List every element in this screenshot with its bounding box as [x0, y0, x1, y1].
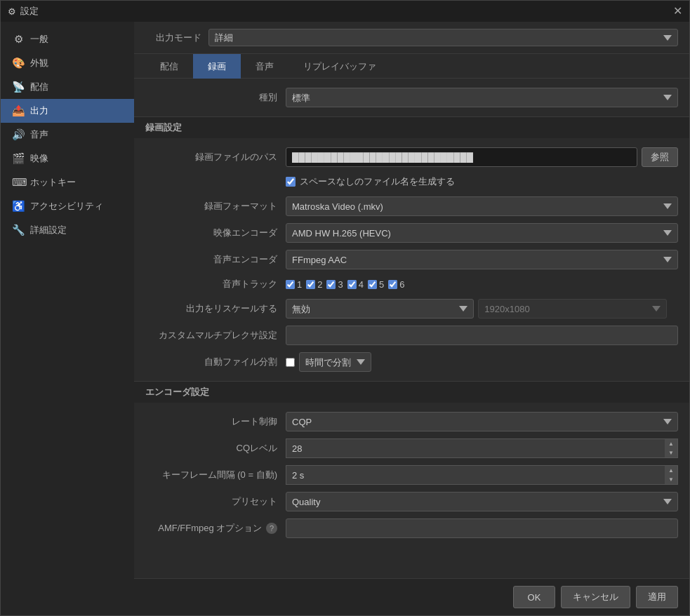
sidebar-item-output[interactable]: 📤 出力 — [1, 99, 134, 123]
track-5-label: 5 — [379, 279, 384, 290]
no-space-checkbox-row: スペースなしのファイル名を生成する — [286, 175, 455, 188]
close-button[interactable]: ✕ — [672, 6, 682, 16]
format-control: Matroska Video (.mkv) — [286, 196, 678, 216]
keyframe-input[interactable]: 2 s — [286, 465, 665, 485]
sidebar-label-accessibility: アクセシビリティ — [30, 200, 103, 213]
tab-stream[interactable]: 配信 — [145, 54, 193, 79]
sidebar-label-output: 出力 — [30, 105, 48, 117]
general-icon: ⚙ — [12, 33, 25, 46]
browse-button[interactable]: 参照 — [642, 147, 678, 167]
main-content: ⚙ 一般 🎨 外観 📡 配信 📤 出力 🔊 音声 🎬 映像 — [1, 22, 689, 615]
auto-split-checkbox[interactable] — [286, 358, 295, 367]
track-5: 5 — [368, 279, 384, 290]
custom-mux-input[interactable] — [286, 326, 678, 345]
audio-encoder-label: 音声エンコーダ — [145, 253, 286, 266]
track-4-checkbox[interactable] — [347, 280, 357, 289]
track-3-label: 3 — [338, 279, 343, 290]
file-path-control: 参照 — [286, 147, 678, 167]
tab-recording[interactable]: 録画 — [193, 54, 241, 79]
cq-level-up-btn[interactable]: ▲ — [665, 439, 677, 448]
cq-level-input[interactable]: 28 — [286, 438, 665, 458]
cq-level-row: CQレベル 28 ▲ ▼ — [145, 435, 678, 462]
keyframe-down-btn[interactable]: ▼ — [665, 475, 677, 484]
track-6-checkbox[interactable] — [388, 280, 397, 289]
audio-tracks-row: 音声トラック 1 2 — [145, 273, 678, 295]
main-panel: 出力モード 詳細 配信 録画 音声 リプレイバッファ 種別 — [134, 22, 689, 615]
keyframe-spinbox: 2 s ▲ ▼ — [286, 465, 678, 485]
track-1: 1 — [286, 279, 302, 290]
amf-options-control — [286, 518, 678, 538]
track-2: 2 — [306, 279, 322, 290]
no-space-checkbox[interactable] — [286, 177, 296, 187]
keyframe-spin-btns: ▲ ▼ — [665, 465, 678, 485]
output-mode-select[interactable]: 詳細 — [208, 29, 678, 46]
sidebar-item-general[interactable]: ⚙ 一般 — [1, 27, 134, 51]
audio-encoder-select[interactable]: FFmpeg AAC — [286, 250, 678, 269]
rate-control-control: CQP — [286, 412, 678, 431]
rate-control-select[interactable]: CQP — [286, 412, 678, 431]
sidebar-item-appearance[interactable]: 🎨 外観 — [1, 51, 134, 75]
output-icon: 📤 — [12, 105, 25, 117]
recording-form: 録画ファイルのパス 参照 スペースなしのファイル名を生成する — [134, 138, 689, 381]
advanced-icon: 🔧 — [12, 224, 25, 236]
rate-control-label: レート制御 — [145, 415, 286, 428]
video-encoder-control: AMD HW H.265 (HEVC) — [286, 223, 678, 243]
resolution-select[interactable]: 1920x1080 — [478, 299, 666, 319]
cancel-button[interactable]: キャンセル — [561, 586, 630, 608]
type-section: 種別 標準 — [134, 79, 689, 116]
cq-level-label: CQレベル — [145, 442, 286, 455]
cq-level-down-btn[interactable]: ▼ — [665, 448, 677, 457]
sidebar-item-advanced[interactable]: 🔧 詳細設定 — [1, 218, 134, 242]
track-5-checkbox[interactable] — [368, 280, 377, 289]
track-3-checkbox[interactable] — [326, 280, 336, 289]
tab-audio[interactable]: 音声 — [241, 54, 288, 79]
amf-help-icon[interactable]: ? — [266, 523, 277, 534]
keyframe-up-btn[interactable]: ▲ — [665, 466, 677, 475]
video-icon: 🎬 — [12, 152, 25, 165]
sidebar-item-audio[interactable]: 🔊 音声 — [1, 123, 134, 147]
auto-split-inner: 時間で分割 — [286, 352, 371, 372]
type-row: 種別 標準 — [145, 84, 678, 111]
custom-mux-control — [286, 326, 678, 345]
format-select[interactable]: Matroska Video (.mkv) — [286, 196, 678, 216]
video-encoder-label: 映像エンコーダ — [145, 227, 286, 239]
auto-split-row: 自動ファイル分割 時間で分割 — [145, 349, 678, 375]
sidebar-item-video[interactable]: 🎬 映像 — [1, 147, 134, 170]
format-row: 録画フォーマット Matroska Video (.mkv) — [145, 193, 678, 220]
preset-select[interactable]: Quality — [286, 492, 678, 511]
titlebar: ⚙ 設定 ✕ — [1, 1, 689, 22]
apply-button[interactable]: 適用 — [636, 586, 678, 608]
preset-label: プリセット — [145, 495, 286, 508]
ok-button[interactable]: OK — [513, 586, 555, 608]
appearance-icon: 🎨 — [12, 57, 25, 69]
tab-replay-buffer[interactable]: リプレイバッファ — [288, 54, 391, 79]
sidebar-label-appearance: 外観 — [30, 57, 48, 69]
sidebar-item-hotkeys[interactable]: ⌨ ホットキー — [1, 170, 134, 194]
recording-section-header: 録画設定 — [134, 116, 689, 138]
tracks-row: 1 2 3 — [286, 279, 404, 290]
file-path-input[interactable] — [286, 147, 637, 167]
track-4-label: 4 — [359, 279, 364, 290]
rescale-select[interactable]: 無効 — [286, 299, 474, 319]
window-title: 設定 — [20, 5, 39, 18]
track-1-checkbox[interactable] — [286, 280, 295, 289]
sidebar-item-accessibility[interactable]: ♿ アクセシビリティ — [1, 194, 134, 218]
no-space-label: スペースなしのファイル名を生成する — [300, 175, 455, 188]
track-6: 6 — [388, 279, 404, 290]
type-select[interactable]: 標準 — [286, 88, 678, 107]
sidebar-label-stream: 配信 — [30, 81, 48, 93]
scroll-area: 種別 標準 録画設定 録画ファイルのパス — [134, 79, 689, 578]
sidebar-item-stream[interactable]: 📡 配信 — [1, 75, 134, 99]
sidebar-label-video: 映像 — [30, 152, 48, 165]
auto-split-select[interactable]: 時間で分割 — [299, 352, 371, 372]
amf-options-row: AMF/FFmpeg オプション ? — [145, 515, 678, 542]
preset-control: Quality — [286, 492, 678, 511]
encoder-section-header: エンコーダ設定 — [134, 381, 689, 403]
custom-mux-label: カスタムマルチプレクサ設定 — [145, 329, 286, 342]
video-encoder-select[interactable]: AMD HW H.265 (HEVC) — [286, 223, 678, 243]
amf-options-input[interactable] — [286, 518, 678, 538]
audio-encoder-row: 音声エンコーダ FFmpeg AAC — [145, 246, 678, 273]
track-2-checkbox[interactable] — [306, 280, 315, 289]
no-space-row: スペースなしのファイル名を生成する — [145, 170, 678, 193]
track-4: 4 — [347, 279, 364, 290]
